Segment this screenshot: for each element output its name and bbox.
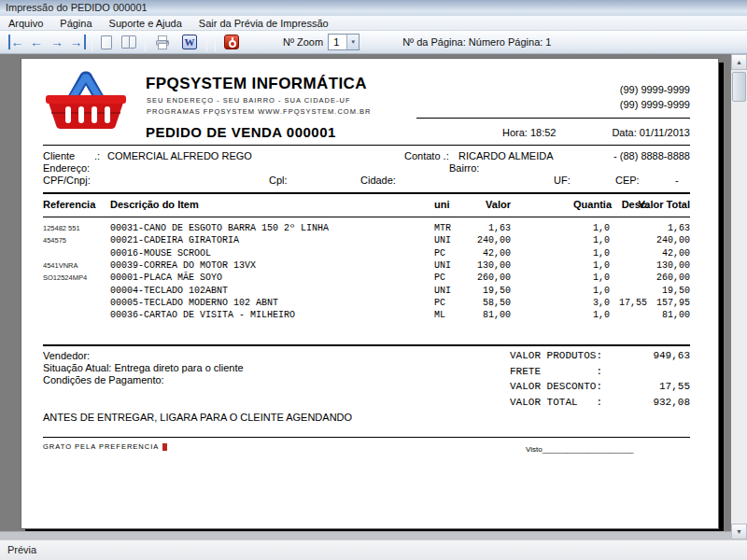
company-phone-1: (99) 9999-9999	[620, 84, 690, 95]
scroll-up-button[interactable]: ▲	[731, 54, 747, 70]
cpl-label: Cpl:	[269, 175, 288, 186]
divider	[43, 192, 690, 194]
cidade-label: Cidade:	[360, 175, 396, 186]
endereco-label: Endereço:	[43, 162, 90, 174]
divider	[416, 118, 690, 119]
arrow-up-icon: ▲	[736, 59, 742, 65]
close-preview-button[interactable]	[224, 35, 239, 49]
menu-pagina[interactable]: Página	[51, 16, 100, 31]
visto-line: Visto______________________	[526, 445, 634, 454]
contato-label: Contato .:	[404, 150, 449, 161]
cliente-value: COMERCIAL ALFREDO REGO	[107, 150, 252, 161]
two-page-view-button[interactable]	[121, 35, 136, 49]
window-title: Impressão do PEDIDO 000001	[6, 2, 148, 13]
prev-page-button[interactable]: ←	[26, 34, 47, 50]
menubar: Arquivo Página Suporte e Ajuda Sair da P…	[0, 16, 747, 31]
first-page-icon: ←	[8, 35, 24, 49]
order-date: Data: 01/11/2013	[612, 127, 690, 138]
cliente-sep: .:	[94, 150, 100, 161]
col-referencia: Referencia	[43, 199, 95, 210]
col-descricao: Descrição do Item	[110, 199, 199, 210]
next-page-icon: →	[50, 35, 63, 49]
next-page-button[interactable]: →	[47, 34, 67, 50]
toolbar-separator	[215, 34, 216, 51]
scrollbar-thumb[interactable]	[732, 72, 746, 102]
aviso-text: ANTES DE ENTREGAR, LIGARA PARA O CLEINTE…	[43, 412, 352, 423]
condicoes-label: Condições de Pagamento:	[43, 374, 164, 385]
toolbar-separator	[145, 34, 146, 51]
zoom-label: Nº Zoom	[283, 36, 323, 48]
page-number-info: Nº da Página: Número Página: 1	[402, 36, 551, 48]
total-value: 949,63	[653, 350, 690, 361]
total-label: FRETE :	[510, 366, 602, 377]
printer-icon	[155, 35, 171, 49]
contato-phone: - (88) 8888-8888	[613, 150, 690, 161]
print-button[interactable]	[155, 35, 171, 49]
arrow-down-icon: ▼	[736, 528, 742, 535]
bairro-label: Bairro:	[449, 162, 479, 174]
divider	[43, 344, 690, 346]
divider	[43, 217, 690, 217]
horizontal-scrollbar[interactable]	[0, 531, 731, 539]
vertical-scrollbar[interactable]: ▲ ▼	[731, 54, 747, 539]
col-uni: uni	[434, 199, 450, 210]
menu-suporte-ajuda[interactable]: Suporte e Ajuda	[101, 16, 190, 31]
cpf-label: CPF/Cnpj:	[43, 175, 91, 186]
divider	[43, 145, 690, 146]
zoom-dropdown[interactable]: 1 ▼	[328, 34, 359, 50]
company-address: SEU ENDEREÇO - SEU BAIRRO - SUA CIDADE-U…	[147, 96, 351, 105]
toolbar-separator	[206, 34, 207, 51]
menu-arquivo[interactable]: Arquivo	[0, 16, 51, 31]
vendedor-label: Vendedor:	[43, 350, 90, 361]
document-page: FPQSYSTEM INFORMÁTICA SEU ENDEREÇO - SEU…	[21, 58, 719, 529]
chevron-down-icon[interactable]: ▼	[346, 35, 359, 49]
menu-sair-previa[interactable]: Sair da Prévia de Impressão	[190, 16, 337, 31]
grato-text: GRATO PELA PREFERENCIA	[43, 442, 167, 451]
cep-value: -	[675, 175, 679, 186]
toolbar: ← ← → → W Nº Zoom 1 ▼ Nº da Página: Núme	[0, 31, 747, 54]
col-valor: Valor	[486, 199, 511, 210]
contato-value: RICARDO ALMEIDA	[458, 150, 553, 161]
col-valor-total: Valor Total	[639, 199, 690, 210]
single-page-view-button[interactable]	[101, 35, 112, 49]
print-preview-window: Impressão do PEDIDO 000001 Arquivo Págin…	[0, 0, 747, 560]
cliente-label: Cliente	[43, 150, 75, 161]
situacao-text: Situação Atual: Entrega direto para o cl…	[43, 362, 244, 373]
preview-area: FPQSYSTEM INFORMÁTICA SEU ENDEREÇO - SEU…	[0, 54, 731, 539]
col-quantia: Quantia	[573, 199, 612, 210]
prev-page-icon: ←	[30, 35, 43, 49]
divider	[43, 437, 690, 438]
first-page-button[interactable]: ←	[6, 34, 26, 50]
basket-logo-icon	[43, 69, 129, 131]
company-programs: PROGRAMAS FPQSYSTEM WWW.FPQSYSTEM.COM.BR	[147, 107, 371, 116]
order-title: PEDIDO DE VENDA 000001	[146, 124, 336, 140]
toolbar-separator	[92, 34, 92, 51]
word-icon: W	[185, 36, 195, 48]
red-mark-icon	[162, 443, 167, 451]
company-phone-2: (99) 9999-9999	[620, 99, 690, 110]
scroll-down-button[interactable]: ▼	[731, 524, 747, 539]
uf-label: UF:	[554, 175, 571, 186]
last-page-icon: →	[70, 35, 86, 49]
last-page-button[interactable]: →	[67, 34, 88, 50]
cep-label: CEP:	[615, 175, 640, 186]
company-name: FPQSYSTEM INFORMÁTICA	[146, 75, 367, 93]
statusbar-text: Prévia	[7, 544, 36, 555]
window-titlebar: Impressão do PEDIDO 000001	[0, 0, 747, 16]
zoom-value: 1	[329, 35, 346, 49]
total-value: 17,55	[659, 381, 690, 392]
total-label: VALOR PRODUTOS:	[510, 350, 602, 361]
export-word-button[interactable]: W	[182, 35, 197, 49]
total-label: VALOR TOTAL :	[510, 397, 602, 408]
total-value: 932,08	[653, 397, 690, 408]
total-label: VALOR DESCONTO:	[510, 381, 602, 392]
order-time: Hora: 18:52	[502, 127, 556, 138]
statusbar: Prévia	[0, 539, 747, 560]
